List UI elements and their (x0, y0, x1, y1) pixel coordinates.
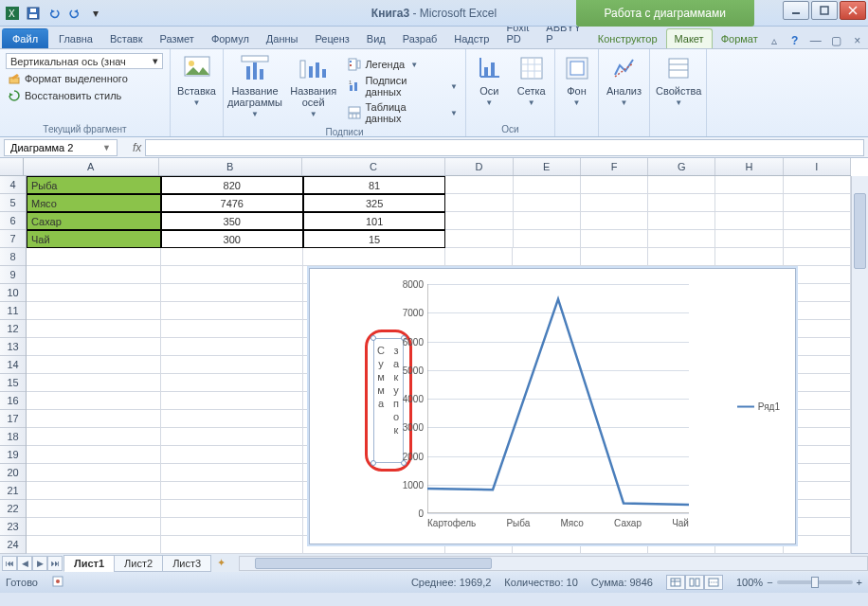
tab-13[interactable]: Формат (713, 28, 767, 48)
cell-D8[interactable] (445, 248, 513, 266)
cell-E8[interactable] (513, 248, 580, 266)
chart-element-selector[interactable]: Вертикальная ось (знач▾ (6, 53, 163, 69)
fx-icon[interactable]: fx (129, 141, 145, 154)
cell-F6[interactable] (581, 212, 648, 230)
vertical-scrollbar[interactable] (851, 176, 868, 553)
row-header-21[interactable]: 21 (0, 482, 26, 500)
legend-button[interactable]: Легенда▼ (346, 57, 460, 72)
embedded-chart[interactable]: Сумма закупок 01000200030004000500060007… (309, 268, 796, 544)
plot-area-button[interactable]: Фон▼ (561, 53, 592, 107)
chart-legend[interactable]: Ряд1 (737, 401, 780, 412)
cell-F8[interactable] (581, 248, 648, 266)
col-header-C[interactable]: C (302, 158, 445, 175)
name-box[interactable]: ▼ (4, 139, 118, 156)
cell-A18[interactable] (27, 428, 161, 446)
cell-D6[interactable] (445, 212, 513, 230)
cell-H7[interactable] (715, 230, 783, 248)
redo-icon[interactable] (66, 5, 83, 22)
cell-A15[interactable] (27, 374, 161, 392)
cell-B22[interactable] (161, 500, 303, 518)
select-all-corner[interactable] (0, 158, 24, 175)
view-layout-icon[interactable] (685, 575, 704, 590)
cell-A23[interactable] (27, 518, 161, 536)
tab-6[interactable]: Вид (358, 28, 394, 48)
cell-B16[interactable] (161, 392, 303, 410)
cell-A7[interactable]: Чай (27, 230, 161, 248)
tab-12[interactable]: Макет (666, 28, 713, 48)
cell-A22[interactable] (27, 500, 161, 518)
cell-A24[interactable] (27, 536, 161, 554)
undo-icon[interactable] (45, 5, 63, 22)
plot-area[interactable]: 010002000300040005000600070008000 Картоф… (427, 284, 689, 513)
cell-A12[interactable] (27, 320, 161, 338)
cell-H8[interactable] (715, 248, 783, 266)
cell-A11[interactable] (27, 302, 161, 320)
insert-button[interactable]: Вставка▼ (176, 53, 217, 107)
cell-D5[interactable] (445, 194, 513, 212)
cell-H6[interactable] (715, 212, 783, 230)
analysis-button[interactable]: Анализ▼ (605, 53, 643, 107)
cell-I7[interactable] (784, 230, 851, 248)
cell-C7[interactable]: 15 (303, 230, 445, 248)
col-header-E[interactable]: E (514, 158, 581, 175)
help-icon[interactable]: ? (787, 33, 803, 48)
cell-E4[interactable] (514, 176, 581, 194)
minimize-button[interactable] (783, 1, 809, 20)
zoom-out-button[interactable]: − (767, 577, 772, 588)
cell-B14[interactable] (161, 356, 303, 374)
row-header-17[interactable]: 17 (0, 410, 26, 428)
row-header-8[interactable]: 8 (0, 248, 26, 266)
mdi-restore-icon[interactable]: ▢ (829, 33, 844, 48)
gridlines-button[interactable]: Сетка▼ (515, 53, 550, 107)
cell-A4[interactable]: Рыба (27, 176, 161, 194)
new-sheet-icon[interactable]: ✦ (211, 557, 231, 569)
cell-B5[interactable]: 7476 (161, 194, 303, 212)
row-header-16[interactable]: 16 (0, 392, 26, 410)
row-header-24[interactable]: 24 (0, 536, 26, 554)
cell-B19[interactable] (161, 446, 303, 464)
axes-button[interactable]: Оси▼ (472, 53, 507, 107)
cell-D4[interactable] (445, 176, 513, 194)
zoom-in-button[interactable]: + (857, 577, 862, 588)
col-header-A[interactable]: A (24, 158, 158, 175)
view-normal-icon[interactable] (666, 575, 685, 590)
cell-A8[interactable] (27, 248, 161, 266)
cell-B21[interactable] (161, 482, 303, 500)
cell-E5[interactable] (514, 194, 581, 212)
row-header-23[interactable]: 23 (0, 518, 26, 536)
cell-B7[interactable]: 300 (161, 230, 303, 248)
cell-G8[interactable] (648, 248, 715, 266)
cell-E6[interactable] (514, 212, 581, 230)
properties-button[interactable]: Свойства▼ (656, 53, 701, 107)
row-header-6[interactable]: 6 (0, 212, 26, 230)
zoom-slider[interactable] (777, 580, 853, 584)
tab-3[interactable]: Формул (203, 28, 258, 48)
sheet-tab-1[interactable]: Лист2 (114, 555, 163, 572)
cell-B18[interactable] (161, 428, 303, 446)
mdi-min-icon[interactable]: — (808, 33, 823, 48)
cell-A9[interactable] (27, 266, 161, 284)
tab-7[interactable]: Разраб (394, 28, 446, 48)
cell-B8[interactable] (161, 248, 303, 266)
tab-nav-first[interactable]: ⏮ (2, 556, 17, 571)
tab-nav-next[interactable]: ▶ (32, 556, 47, 571)
tab-nav-last[interactable]: ⏭ (47, 556, 63, 571)
cell-A5[interactable]: Мясо (27, 194, 161, 212)
close-button[interactable] (840, 1, 866, 20)
row-header-22[interactable]: 22 (0, 500, 26, 518)
cell-G5[interactable] (648, 194, 715, 212)
col-header-H[interactable]: H (715, 158, 783, 175)
sheet-tab-2[interactable]: Лист3 (162, 555, 211, 572)
cell-A6[interactable]: Сахар (27, 212, 161, 230)
col-header-D[interactable]: D (445, 158, 513, 175)
cell-A14[interactable] (27, 356, 161, 374)
cell-E7[interactable] (514, 230, 581, 248)
format-selection-button[interactable]: Формат выделенного (6, 71, 163, 86)
chart-title-button[interactable]: Название диаграммы▼ (229, 53, 280, 118)
tab-5[interactable]: Реценз (306, 28, 357, 48)
tab-nav-prev[interactable]: ◀ (17, 556, 32, 571)
mdi-close-icon[interactable]: × (850, 33, 865, 48)
row-header-15[interactable]: 15 (0, 374, 26, 392)
tab-0[interactable]: Главна (50, 28, 101, 48)
col-header-F[interactable]: F (581, 158, 648, 175)
